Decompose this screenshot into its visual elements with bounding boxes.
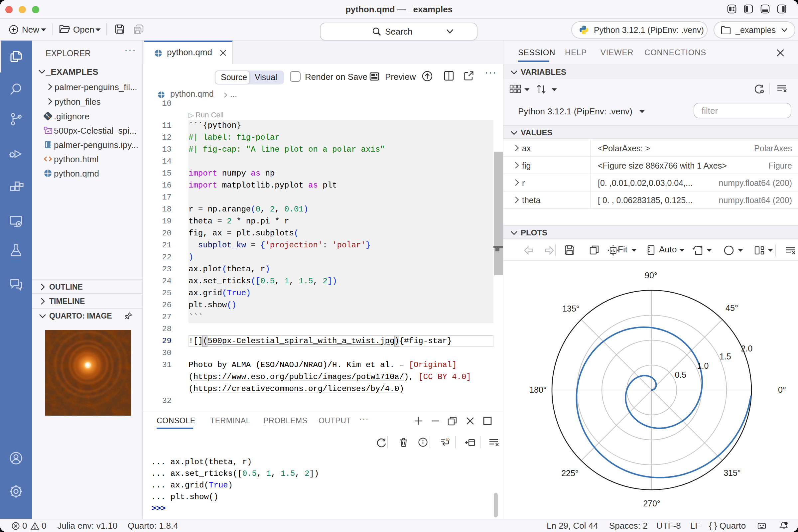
svg-text:ab: ab bbox=[445, 437, 450, 441]
svg-text:0.5: 0.5 bbox=[674, 370, 686, 379]
svg-text:135°: 135° bbox=[562, 304, 580, 313]
svg-text:1.5: 1.5 bbox=[720, 352, 731, 361]
svg-text:225°: 225° bbox=[561, 469, 578, 478]
svg-text:180°: 180° bbox=[529, 385, 547, 394]
svg-text:315°: 315° bbox=[723, 468, 741, 477]
svg-text:45°: 45° bbox=[725, 303, 738, 312]
svg-text:1.0: 1.0 bbox=[697, 361, 709, 370]
svg-text:90°: 90° bbox=[645, 271, 657, 280]
svg-text:270°: 270° bbox=[643, 499, 660, 508]
svg-text:2.0: 2.0 bbox=[741, 344, 753, 353]
svg-text:0°: 0° bbox=[778, 385, 786, 394]
